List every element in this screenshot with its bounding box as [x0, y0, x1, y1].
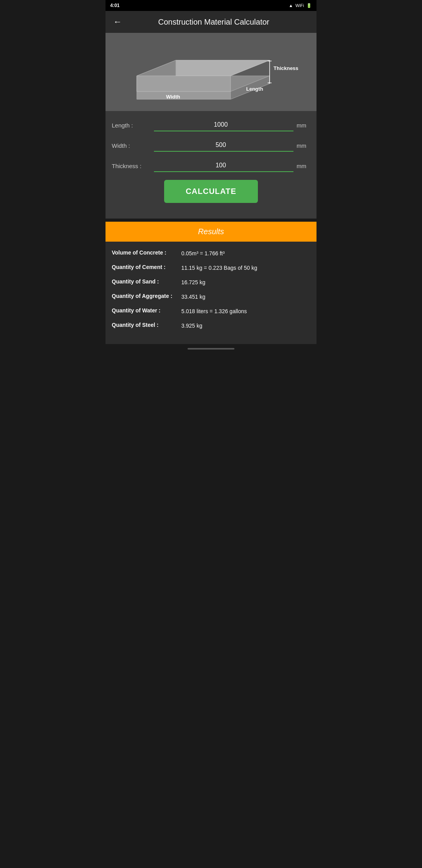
status-icons: ▲ WiFi 🔋: [289, 3, 312, 8]
thickness-unit: mm: [297, 163, 310, 169]
result-key-aggregate: Quantity of Aggregate :: [112, 293, 178, 299]
slab-diagram: Width Length Thickness: [106, 33, 316, 111]
result-row-water: Quantity of Water : 5.018 liters = 1.326…: [112, 307, 310, 316]
result-row-cement: Quantity of Cement : 11.15 kg = 0.223 Ba…: [112, 264, 310, 272]
input-section: Length : mm Width : mm Thickness : mm CA…: [106, 111, 316, 219]
result-value-steel: 3.925 kg: [181, 322, 202, 330]
svg-marker-2: [137, 91, 231, 99]
results-header: Results: [106, 222, 316, 242]
result-value-sand: 16.725 kg: [181, 278, 206, 287]
results-body: Volume of Concrete : 0.05m³ = 1.766 ft³ …: [106, 242, 316, 344]
result-row-volume: Volume of Concrete : 0.05m³ = 1.766 ft³: [112, 249, 310, 258]
signal-icon: ▲: [289, 3, 293, 8]
battery-icon: 🔋: [306, 3, 312, 8]
length-label: Length :: [112, 122, 151, 129]
result-key-water: Quantity of Water :: [112, 307, 178, 314]
thickness-input[interactable]: [154, 160, 293, 172]
result-row-aggregate: Quantity of Aggregate : 33.451 kg: [112, 293, 310, 301]
svg-text:Width: Width: [166, 94, 180, 100]
back-button[interactable]: ←: [112, 16, 123, 28]
result-key-steel: Quantity of Steel :: [112, 322, 178, 328]
page-title: Construction Material Calculator: [130, 18, 298, 27]
result-key-sand: Quantity of Sand :: [112, 278, 178, 285]
calculate-button[interactable]: CALCULATE: [164, 180, 258, 203]
status-time: 4:01: [110, 3, 120, 8]
result-value-water: 5.018 liters = 1.326 gallons: [181, 307, 247, 316]
wifi-icon: WiFi: [295, 3, 304, 8]
result-row-steel: Quantity of Steel : 3.925 kg: [112, 322, 310, 330]
result-value-volume: 0.05m³ = 1.766 ft³: [181, 249, 225, 258]
result-row-sand: Quantity of Sand : 16.725 kg: [112, 278, 310, 287]
length-unit: mm: [297, 122, 310, 129]
top-bar: ← Construction Material Calculator: [106, 11, 316, 33]
length-input[interactable]: [154, 119, 293, 131]
result-key-cement: Quantity of Cement :: [112, 264, 178, 270]
width-label: Width :: [112, 142, 151, 149]
svg-text:Thickness: Thickness: [274, 65, 299, 71]
result-value-aggregate: 33.451 kg: [181, 293, 206, 301]
results-section: Results Volume of Concrete : 0.05m³ = 1.…: [106, 222, 316, 344]
results-title: Results: [198, 227, 224, 236]
thickness-row: Thickness : mm: [112, 160, 310, 172]
width-input[interactable]: [154, 139, 293, 152]
slab-svg: Width Length Thickness: [106, 33, 316, 111]
bottom-bar: [106, 344, 316, 353]
result-key-volume: Volume of Concrete :: [112, 249, 178, 256]
length-row: Length : mm: [112, 119, 310, 131]
width-unit: mm: [297, 142, 310, 149]
svg-text:Length: Length: [246, 86, 263, 92]
svg-marker-6: [137, 76, 231, 91]
width-row: Width : mm: [112, 139, 310, 152]
result-value-cement: 11.15 kg = 0.223 Bags of 50 kg: [181, 264, 257, 272]
home-indicator: [188, 348, 234, 350]
thickness-label: Thickness :: [112, 163, 151, 169]
status-bar: 4:01 ▲ WiFi 🔋: [106, 0, 316, 11]
main-content: Width Length Thickness Length : mm Width…: [106, 33, 316, 219]
